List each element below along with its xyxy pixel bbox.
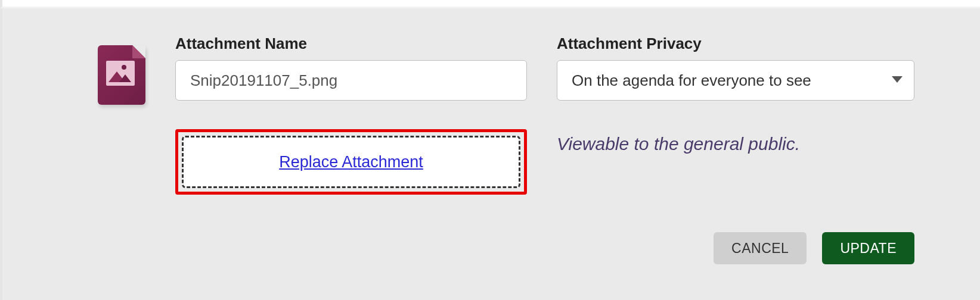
- file-thumbnail: [98, 35, 175, 105]
- replace-attachment-highlight: Replace Attachment: [175, 129, 527, 195]
- attachment-name-input[interactable]: [175, 60, 527, 101]
- attachment-edit-panel: Attachment Name Replace Attachment Attac…: [0, 8, 980, 300]
- file-body-shape: [98, 45, 145, 105]
- form-grid: Attachment Name Replace Attachment Attac…: [98, 35, 914, 195]
- panel-top-edge: [0, 0, 980, 8]
- privacy-hint-text: Viewable to the general public.: [557, 134, 914, 154]
- image-file-icon: [98, 45, 145, 105]
- replace-attachment-dropzone[interactable]: Replace Attachment: [182, 136, 520, 188]
- attachment-privacy-select[interactable]: On the agenda for everyone to see: [557, 60, 914, 101]
- attachment-privacy-select-wrap: On the agenda for everyone to see: [557, 60, 914, 101]
- attachment-privacy-selected-value: On the agenda for everyone to see: [572, 71, 811, 90]
- photo-glyph: [106, 61, 135, 86]
- attachment-privacy-label: Attachment Privacy: [557, 35, 914, 53]
- cancel-button[interactable]: CANCEL: [714, 232, 807, 264]
- replace-attachment-link[interactable]: Replace Attachment: [279, 153, 423, 171]
- dialog-buttons: CANCEL UPDATE: [714, 232, 914, 264]
- update-button[interactable]: UPDATE: [822, 232, 914, 264]
- attachment-privacy-column: Attachment Privacy On the agenda for eve…: [557, 35, 914, 154]
- attachment-name-label: Attachment Name: [175, 35, 527, 53]
- attachment-name-column: Attachment Name Replace Attachment: [175, 35, 527, 195]
